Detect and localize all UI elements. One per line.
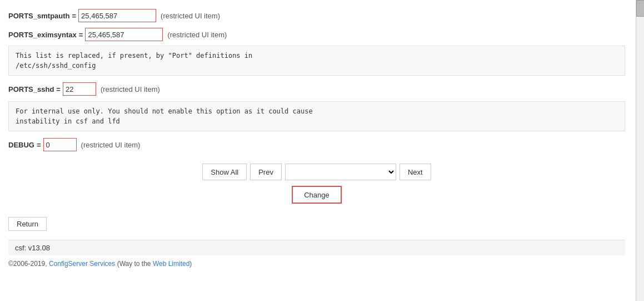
return-button[interactable]: Return: [8, 217, 47, 231]
page-wrapper: PORTS_smtpauth = (restricted UI item) PO…: [0, 0, 644, 301]
footer-suffix: (Way to the: [115, 260, 153, 268]
main-content: PORTS_smtpauth = (restricted UI item) PO…: [0, 0, 633, 273]
change-row: Change: [8, 186, 625, 204]
note-debug: For internal use only. You should not en…: [16, 106, 618, 126]
content-area: PORTS_smtpauth = (restricted UI item) PO…: [0, 0, 633, 273]
scrollbar[interactable]: [636, 0, 644, 301]
ports-smtpauth-input[interactable]: [78, 9, 156, 22]
eq-0: =: [72, 12, 77, 20]
ports-eximsyntax-input[interactable]: [85, 28, 163, 41]
ports-eximsyntax-label: PORTS_eximsyntax: [8, 31, 77, 39]
ports-sshd-label: PORTS_sshd: [8, 85, 54, 93]
ports-eximsyntax-restricted: (restricted UI item): [167, 31, 227, 39]
ports-sshd-input[interactable]: [63, 82, 96, 96]
ports-sshd-row: PORTS_sshd = (restricted UI item): [8, 79, 625, 98]
footer-end: ): [189, 260, 192, 268]
debug-label: DEBUG: [8, 141, 34, 149]
debug-row: DEBUG = (restricted UI item): [8, 135, 625, 154]
footer-copyright: ©2006-2019,: [8, 260, 49, 268]
version-bar: csf: v13.08: [8, 240, 625, 255]
ports-smtpauth-label: PORTS_smtpauth: [8, 12, 70, 20]
debug-input[interactable]: [43, 138, 77, 151]
show-all-button[interactable]: Show All: [202, 164, 247, 180]
footer: ©2006-2019, ConfigServer Services (Way t…: [8, 255, 625, 268]
note-debug-block: For internal use only. You should not en…: [8, 101, 625, 131]
return-row: Return: [8, 213, 625, 238]
version-text: csf: v13.08: [15, 244, 50, 252]
ports-sshd-restricted: (restricted UI item): [101, 85, 160, 93]
prev-button[interactable]: Prev: [250, 164, 282, 180]
scrollbar-thumb[interactable]: [636, 0, 644, 17]
ports-smtpauth-row: PORTS_smtpauth = (restricted UI item): [8, 6, 625, 24]
next-button[interactable]: Next: [400, 164, 431, 180]
footer-link-configserver[interactable]: ConfigServer Services: [49, 260, 115, 268]
ports-smtpauth-restricted: (restricted UI item): [161, 12, 220, 20]
ports-eximsyntax-row: PORTS_eximsyntax = (restricted UI item): [8, 24, 625, 43]
nav-row: Show All Prev Next: [8, 164, 625, 180]
eq-2: =: [56, 85, 61, 93]
footer-link-web[interactable]: Web Limited: [153, 260, 189, 268]
eq-3: =: [37, 141, 41, 149]
change-button[interactable]: Change: [292, 186, 342, 204]
eq-1: =: [79, 31, 83, 39]
debug-restricted: (restricted UI item): [81, 141, 141, 149]
note-smtpauth: This list is replaced, if present, by "P…: [8, 46, 625, 76]
page-select[interactable]: [285, 164, 396, 180]
